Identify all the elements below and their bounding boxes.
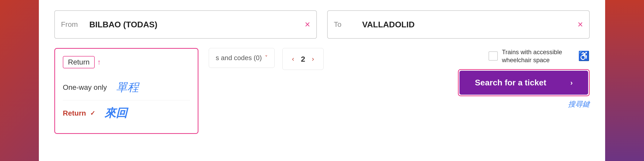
to-value[interactable]: VALLADOLID — [362, 20, 578, 29]
discount-label: s and codes (0) — [216, 54, 262, 62]
dropdown-header: Return ↑ — [63, 56, 190, 68]
accessible-label: Trains with accessible wheelchair space — [502, 48, 574, 64]
return-label[interactable]: Return — [63, 56, 95, 68]
passenger-prev-button[interactable]: ‹ — [289, 54, 297, 64]
from-field[interactable]: From BILBAO (TODAS) × — [54, 10, 317, 39]
search-button-label: Search for a ticket — [475, 78, 546, 87]
right-controls: Trains with accessible wheelchair space … — [458, 48, 590, 109]
search-chinese-annotation: 搜尋鍵 — [568, 99, 590, 109]
return-option[interactable]: Return ✓ 來回 — [63, 100, 190, 126]
search-ticket-button[interactable]: Search for a ticket › — [459, 71, 588, 95]
wheelchair-icon: ♿ — [578, 51, 590, 61]
one-way-option[interactable]: One-way only 單程 — [63, 75, 190, 100]
middle-controls: s and codes (0) ˅ ‹ 2 › — [209, 48, 448, 70]
passenger-next-button[interactable]: › — [309, 54, 317, 64]
from-clear-button[interactable]: × — [305, 20, 310, 29]
options-row: Return ↑ One-way only 單程 Return ✓ 來回 s a… — [54, 48, 590, 134]
return-arrow-icon: ↑ — [97, 58, 101, 66]
discount-codes-button[interactable]: s and codes (0) ˅ — [209, 48, 275, 68]
return-option-label: Return — [63, 109, 86, 117]
checkmark-icon: ✓ — [90, 110, 95, 117]
search-chevron-icon: › — [570, 79, 573, 87]
passenger-selector: ‹ 2 › — [282, 48, 324, 70]
return-chinese: 來回 — [105, 106, 127, 121]
from-label: From — [61, 20, 84, 29]
one-way-label: One-way only — [63, 83, 107, 92]
search-fields-row: From BILBAO (TODAS) × To VALLADOLID × — [54, 10, 590, 39]
one-way-chinese: 單程 — [116, 80, 139, 95]
to-field[interactable]: To VALLADOLID × — [327, 10, 590, 39]
trip-type-dropdown[interactable]: Return ↑ One-way only 單程 Return ✓ 來回 — [54, 48, 198, 134]
to-label: To — [334, 20, 357, 29]
accessible-checkbox[interactable] — [489, 51, 498, 61]
from-value[interactable]: BILBAO (TODAS) — [89, 20, 305, 29]
passenger-count: 2 — [301, 55, 305, 63]
chevron-down-icon: ˅ — [265, 55, 268, 61]
to-clear-button[interactable]: × — [578, 20, 583, 29]
search-button-wrapper: Search for a ticket › — [458, 69, 590, 96]
accessible-option[interactable]: Trains with accessible wheelchair space … — [489, 48, 590, 64]
